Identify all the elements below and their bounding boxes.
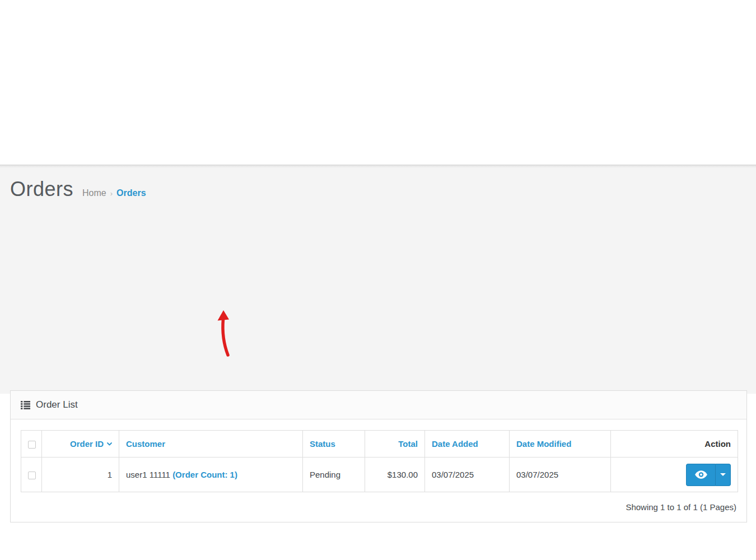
page-header: Orders Home›Orders [0,165,756,201]
customer-name: user1 11111 [126,470,170,479]
row-select-cell [21,458,42,492]
header-status: Status [303,431,365,458]
sort-total-link[interactable]: Total [398,439,418,449]
header-date-added: Date Added [425,431,510,458]
header-total: Total [365,431,425,458]
order-list-panel: Order List Order ID [10,390,747,522]
eye-icon [695,470,707,479]
order-count-link[interactable]: (Order Count: 1) [172,470,237,479]
list-icon [21,401,30,409]
orders-table: Order ID Customer Status Total Date Adde [21,430,738,492]
header-date-modified: Date Modified [510,431,611,458]
sort-date-added-link[interactable]: Date Added [432,439,478,449]
sort-date-modified-link[interactable]: Date Modified [516,439,571,449]
row-checkbox[interactable] [28,472,36,479]
view-order-button[interactable] [686,464,715,486]
caret-down-icon [720,473,726,476]
header-action: Action [611,431,738,458]
table-row: 1 user1 11111 (Order Count: 1) Pending $… [21,458,738,492]
header-select-cell [21,431,42,458]
panel-heading: Order List [11,391,746,419]
breadcrumb-orders-link[interactable]: Orders [116,188,146,198]
status-cell: Pending [303,458,365,492]
date-modified-cell: 03/07/2025 [510,458,611,492]
breadcrumb-separator: › [110,189,113,198]
date-added-cell: 03/07/2025 [425,458,510,492]
action-cell [611,458,738,492]
page-title: Orders [10,178,73,201]
panel-body: Order ID Customer Status Total Date Adde [11,419,746,522]
sort-order-id-link[interactable]: Order ID [70,439,112,449]
chevron-down-icon [107,442,112,446]
table-header-row: Order ID Customer Status Total Date Adde [21,431,738,458]
header-order-id: Order ID [42,431,119,458]
action-dropdown-toggle[interactable] [715,464,731,486]
pagination-status: Showing 1 to 1 of 1 (1 Pages) [21,502,736,512]
total-cell: $130.00 [365,458,425,492]
sort-status-link[interactable]: Status [310,439,335,449]
content-area: Orders Home›Orders Order List [0,165,756,394]
select-all-checkbox[interactable] [28,441,36,449]
customer-cell: user1 11111 (Order Count: 1) [119,458,303,492]
action-button-group [686,464,731,486]
header-customer: Customer [119,431,303,458]
order-id-cell: 1 [42,458,119,492]
breadcrumb-home-link[interactable]: Home [82,188,106,198]
panel-title: Order List [36,399,78,410]
sort-customer-link[interactable]: Customer [126,439,165,449]
breadcrumb: Home›Orders [82,188,146,198]
